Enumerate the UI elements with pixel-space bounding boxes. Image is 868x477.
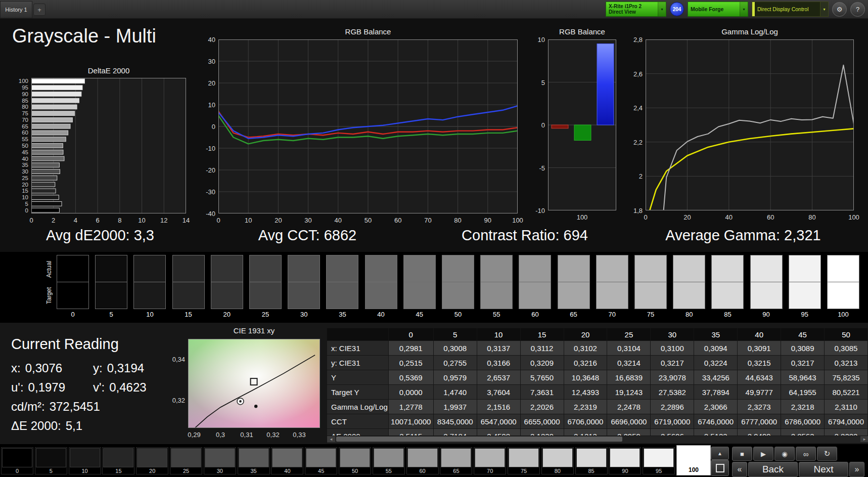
table-cell: 0,3137 (477, 341, 520, 356)
table-cell: 49,9777 (738, 385, 781, 400)
patch-color (576, 448, 607, 467)
next-button[interactable]: Next (799, 462, 848, 477)
swatch-target (480, 282, 513, 309)
continuous-measure-button[interactable]: ∞ (796, 447, 816, 461)
patch-tile-30[interactable]: 30 (204, 447, 236, 474)
table-cell: 7,3631 (520, 385, 564, 400)
table-cell: 0,5369 (388, 370, 433, 385)
patch-tile-60[interactable]: 60 (406, 447, 439, 474)
patch-tile-20[interactable]: 20 (136, 447, 168, 474)
patch-tile-65[interactable]: 65 (440, 447, 472, 474)
history-tab[interactable]: History 1 (0, 1, 32, 18)
swatch-actual (634, 255, 667, 282)
meter-name: X-Rite i1Pro 2 (609, 4, 658, 9)
patch-level-label: 5 (35, 468, 67, 474)
swatch-75 (634, 255, 667, 309)
back-button[interactable]: Back (748, 462, 798, 477)
table-horizontal-scrollbar[interactable]: ◂ ▸ (327, 436, 868, 444)
meter-dropdown[interactable]: X-Rite i1Pro 2 Direct View ▾ (606, 2, 666, 17)
swatch-45 (403, 255, 436, 309)
play-button[interactable]: ▶ (753, 447, 773, 461)
patch-tile-75[interactable]: 75 (508, 447, 540, 474)
scroll-right-button[interactable]: ▸ (860, 436, 868, 442)
swatch-actual (326, 255, 358, 282)
actual-row-label: Actual (45, 256, 53, 282)
patch-tile-25[interactable]: 25 (170, 447, 202, 474)
patch-tile-10[interactable]: 10 (69, 447, 101, 474)
patch-up-button[interactable]: ▲ (711, 447, 729, 460)
swatch-100 (827, 255, 859, 309)
table-cell: 1,2778 (388, 400, 433, 414)
patch-level-label: 0 (2, 468, 33, 474)
table-cell: 2,6537 (477, 370, 520, 385)
patch-tile-50[interactable]: 50 (339, 447, 371, 474)
swatch-target (326, 282, 358, 309)
stop-button[interactable]: ■ (732, 447, 752, 461)
patch-tile-45[interactable]: 45 (305, 447, 337, 474)
contrast-ratio-stat: Contrast Ratio: 694 (462, 227, 588, 244)
table-row-label: CCT (327, 414, 389, 429)
single-measure-button[interactable]: ◉ (774, 447, 795, 461)
patch-tile-40[interactable]: 40 (271, 447, 303, 474)
swatch-level-label: 30 (288, 311, 320, 318)
settings-button[interactable]: ⚙ (832, 2, 847, 17)
patch-tile-95[interactable]: 95 (643, 447, 675, 474)
scroll-thumb[interactable] (336, 437, 622, 442)
patch-tile-90[interactable]: 90 (609, 447, 641, 474)
next-chevron-button[interactable]: » (849, 462, 864, 477)
table-row: Gamma Log/Log1,27781,99372,15162,20262,2… (327, 400, 868, 414)
table-cell: 6786,0000 (781, 414, 825, 429)
patch-tile-15[interactable]: 15 (102, 447, 134, 474)
patch-tile-55[interactable]: 55 (373, 447, 405, 474)
swatch-level-label: 35 (326, 311, 358, 318)
patch-tile-85[interactable]: 85 (575, 447, 608, 474)
patch-tile-5[interactable]: 5 (35, 447, 67, 474)
patch-color (610, 448, 640, 467)
current-reading-panel: Current Reading x:0,3076 y:0,3194 u':0,1… (11, 336, 183, 436)
table-cell: 6794,0000 (825, 414, 868, 429)
add-tab-button[interactable]: + (33, 4, 45, 16)
loop-button[interactable]: ↻ (817, 447, 837, 461)
patch-tile-80[interactable]: 80 (541, 447, 574, 474)
table-cell: 0,3104 (607, 341, 651, 356)
table-cell: 5,7650 (520, 370, 564, 385)
table-cell: 0,3216 (564, 356, 607, 370)
patch-tile-35[interactable]: 35 (238, 447, 270, 474)
swatch-actual (519, 255, 551, 282)
table-col-header: 5 (433, 328, 477, 341)
swatch-actual (403, 255, 436, 282)
swatch-target (750, 282, 783, 309)
table-col-header: 30 (651, 328, 694, 341)
back-chevron-button[interactable]: « (732, 462, 747, 477)
table-cell: 0,0000 (388, 385, 433, 400)
scroll-left-button[interactable]: ◂ (327, 436, 335, 442)
swatch-actual (95, 255, 127, 282)
table-row: Y0,53690,95792,65375,765010,364816,68392… (327, 370, 868, 385)
swatch-20 (211, 255, 243, 309)
patch-tile-100[interactable]: 100 (676, 445, 711, 475)
grayscale-table: 05101520253035404550x: CIE310,29810,3008… (327, 328, 868, 437)
y-label: y: (93, 359, 103, 378)
swatch-target (365, 282, 397, 309)
patch-color (272, 448, 302, 467)
u-value: 0,1979 (28, 378, 65, 397)
table-col-header: 0 (388, 328, 433, 341)
swatch-target (673, 282, 705, 309)
table-col-header: 40 (738, 328, 781, 341)
display-control-dropdown[interactable]: Direct Display Control ▾ (752, 2, 829, 17)
y-value: 0,3194 (107, 359, 144, 378)
patch-color (644, 448, 674, 467)
table-col-header: 15 (520, 328, 564, 341)
patch-window-button[interactable] (711, 460, 729, 476)
source-dropdown[interactable]: Mobile Forge ▾ (688, 2, 748, 17)
patch-tile-0[interactable]: 0 (1, 447, 33, 474)
patch-tile-70[interactable]: 70 (474, 447, 506, 474)
help-button[interactable]: ? (850, 2, 865, 17)
table-row-label: Target Y (327, 385, 389, 400)
patch-level-label: 10 (69, 468, 101, 474)
swatch-actual (596, 255, 628, 282)
average-gamma-stat: Average Gamma: 2,321 (665, 227, 820, 244)
u-label: u': (11, 378, 24, 397)
patch-color (171, 448, 201, 467)
table-cell: 33,4256 (694, 370, 738, 385)
